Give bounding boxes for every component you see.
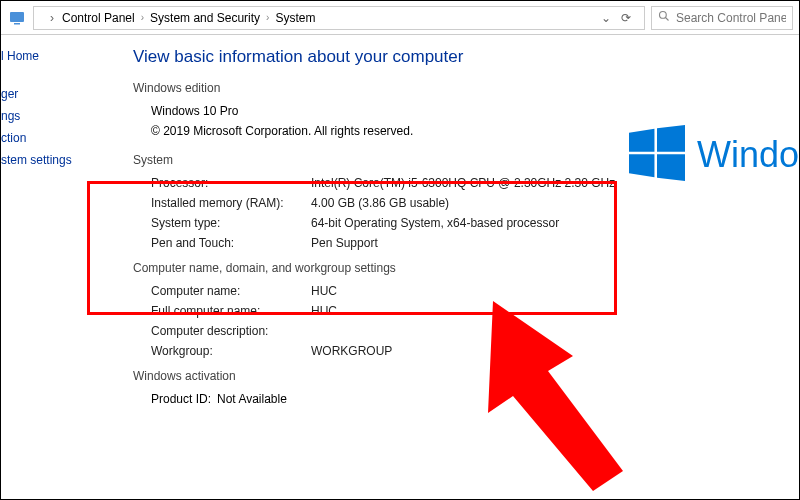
svg-marker-4	[629, 129, 654, 152]
row-value: WORKGROUP	[311, 344, 392, 358]
windows-logo-icon	[629, 125, 685, 184]
row-value: 4.00 GB (3.86 GB usable)	[311, 196, 449, 210]
row-value: 64-bit Operating System, x64-based proce…	[311, 216, 559, 230]
refresh-icon[interactable]: ⟳	[616, 8, 636, 28]
info-row: Computer name:HUC	[151, 281, 799, 301]
main-content: View basic information about your comput…	[93, 35, 799, 499]
row-label: Pen and Touch:	[151, 236, 311, 250]
sidebar-item[interactable]: ngs	[1, 105, 93, 127]
search-box[interactable]	[651, 6, 793, 30]
row-label: System type:	[151, 216, 311, 230]
svg-point-2	[660, 12, 667, 19]
info-row: Pen and Touch:Pen Support	[151, 233, 799, 253]
sidebar-item[interactable]: ction	[1, 127, 93, 149]
row-label: Computer description:	[151, 324, 311, 338]
search-input[interactable]	[676, 11, 786, 25]
info-row: Installed memory (RAM):4.00 GB (3.86 GB …	[151, 193, 799, 213]
row-value: Intel(R) Core(TM) i5-6300HQ CPU @ 2.30GH…	[311, 176, 615, 190]
row-value: Pen Support	[311, 236, 378, 250]
row-label: Full computer name:	[151, 304, 311, 318]
row-value: HUC	[311, 304, 337, 318]
row-value: Not Available	[217, 392, 287, 406]
row-label: Workgroup:	[151, 344, 311, 358]
breadcrumb-item[interactable]: System	[275, 11, 315, 25]
page-title: View basic information about your comput…	[133, 47, 799, 67]
breadcrumb-item[interactable]: Control Panel	[62, 11, 135, 25]
row-label: Installed memory (RAM):	[151, 196, 311, 210]
edition-copyright: © 2019 Microsoft Corporation. All rights…	[151, 124, 413, 138]
svg-rect-1	[14, 23, 20, 25]
chevron-down-icon[interactable]: ⌄	[596, 8, 616, 28]
breadcrumb[interactable]: Control Panel › System and Security › Sy…	[62, 11, 315, 25]
row-label: Product ID:	[151, 392, 211, 406]
annotation-arrow-icon	[453, 301, 623, 494]
svg-marker-5	[657, 125, 685, 152]
section-title: Windows edition	[133, 81, 799, 95]
row-value: HUC	[311, 284, 337, 298]
svg-line-3	[666, 18, 669, 21]
row-label: Processor:	[151, 176, 311, 190]
windows-brand: Windo	[629, 125, 799, 184]
chevron-right-icon: ›	[42, 8, 62, 28]
windows-brand-text: Windo	[697, 134, 799, 176]
sidebar-item[interactable]: l Home	[1, 45, 93, 67]
svg-marker-8	[488, 301, 623, 491]
address-bar: › Control Panel › System and Security › …	[1, 1, 799, 35]
svg-marker-7	[657, 154, 685, 181]
info-row: System type:64-bit Operating System, x64…	[151, 213, 799, 233]
breadcrumb-item[interactable]: System and Security	[150, 11, 260, 25]
row-label: Computer name:	[151, 284, 311, 298]
sidebar-item[interactable]: stem settings	[1, 149, 93, 171]
search-icon	[658, 10, 670, 25]
sidebar: l Home ger ngs ction stem settings	[1, 35, 93, 499]
edition-product: Windows 10 Pro	[151, 104, 238, 118]
chevron-right-icon: ›	[266, 12, 269, 23]
system-icon	[7, 8, 27, 28]
system-info-block: Processor:Intel(R) Core(TM) i5-6300HQ CP…	[133, 173, 799, 253]
chevron-right-icon: ›	[141, 12, 144, 23]
svg-marker-6	[629, 154, 654, 177]
section-title: Computer name, domain, and workgroup set…	[133, 261, 799, 275]
sidebar-item[interactable]: ger	[1, 83, 93, 105]
breadcrumb-box[interactable]: › Control Panel › System and Security › …	[33, 6, 645, 30]
svg-rect-0	[10, 12, 24, 22]
